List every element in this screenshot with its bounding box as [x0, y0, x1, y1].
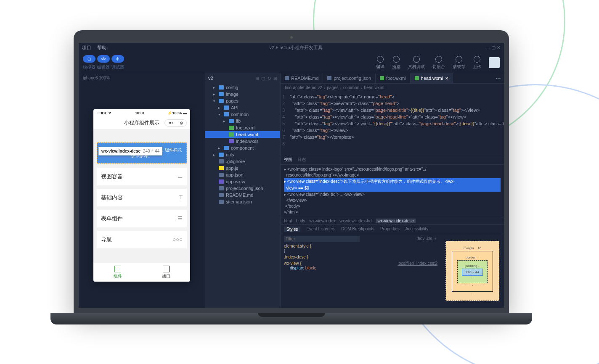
camera-dot — [290, 36, 293, 39]
upload-button[interactable]: 上传 — [473, 56, 481, 70]
editor-tab[interactable]: project.config.json — [323, 73, 376, 83]
toolbar: ▢ </> ⫛ 模拟器 编辑器 调试器 编译 预览 真机调试 切后台 清缓存 — [79, 53, 504, 73]
folder-item[interactable]: ▸component — [205, 145, 280, 151]
explorer-root[interactable]: v2 — [208, 76, 213, 81]
file-item[interactable]: sitemap.json — [205, 198, 280, 205]
capsule-menu[interactable]: •••⊗ — [164, 119, 187, 127]
page-title: 小程序组件展示 — [124, 119, 159, 127]
dom-crumb[interactable]: html — [284, 219, 292, 223]
menu-project[interactable]: 项目 — [82, 45, 91, 51]
collapse-icon[interactable]: ⊟ — [273, 76, 277, 81]
editor-tab[interactable]: README.md — [281, 73, 323, 83]
inspector-tooltip: wx-view.index-desc240 × 44 — [98, 147, 162, 156]
folder-item[interactable]: ▸utils — [205, 151, 280, 158]
code-editor[interactable]: 12345678 "attr"> class="tag"><template"a… — [281, 92, 504, 155]
new-file-icon[interactable]: ⊞ — [255, 76, 259, 81]
file-item[interactable]: project.config.json — [205, 185, 280, 192]
hov-toggle[interactable]: :hov .cls ＋ — [417, 236, 437, 242]
window-title: v2-FinClip小程序开发工具 — [112, 45, 480, 51]
user-avatar[interactable] — [489, 57, 500, 68]
folder-item[interactable]: ▸API — [205, 104, 280, 111]
file-item[interactable]: foot.wxml — [205, 124, 280, 131]
styles-panel[interactable]: :hov .cls ＋ element.style {}.index-desc … — [281, 234, 441, 308]
ide-app: 项目 帮助 v2-FinClip小程序开发工具 — ▢ ✕ ▢ </> ⫛ 模拟… — [79, 43, 504, 308]
simulator-device-info[interactable]: iphone6 100% — [79, 73, 205, 83]
mode-editor-label: 编辑器 — [97, 64, 110, 70]
file-explorer: v2 ⊞ ▢ ↻ ⊟ ▸config▸image▾pages▸API▾commo… — [205, 73, 281, 308]
menu-help[interactable]: 帮助 — [97, 45, 106, 51]
clear-cache-button[interactable]: 清缓存 — [453, 56, 465, 70]
bottom-tab-component[interactable]: 组件 — [93, 263, 142, 282]
devtools-panel-tab[interactable]: Event Listeners — [306, 227, 335, 232]
phone-preview: ····IDE ᯤ 10:01 ⚡100% ▬ 小程序组件展示 •••⊗ wx-… — [93, 109, 190, 282]
menubar: 项目 帮助 v2-FinClip小程序开发工具 — ▢ ✕ — [79, 43, 504, 53]
styles-filter-input[interactable] — [284, 236, 360, 242]
folder-item[interactable]: ▾common — [205, 111, 280, 118]
window-controls[interactable]: — ▢ ✕ — [485, 45, 501, 50]
breadcrumb[interactable]: fino-applet-demo-v2›pages›common›head.wx… — [281, 84, 504, 92]
file-item[interactable]: README.md — [205, 192, 280, 198]
folder-item[interactable]: ▸config — [205, 84, 280, 91]
laptop-mockup: 项目 帮助 v2-FinClip小程序开发工具 — ▢ ✕ ▢ </> ⫛ 模拟… — [74, 30, 509, 324]
editor-tab[interactable]: foot.wxml — [376, 73, 410, 83]
compile-button[interactable]: 编译 — [376, 56, 384, 70]
folder-item[interactable]: ▸lib — [205, 118, 280, 124]
devtools-top-tab[interactable]: 日志 — [297, 157, 306, 163]
folder-item[interactable]: ▾pages — [205, 98, 280, 104]
file-item[interactable]: app.js — [205, 165, 280, 171]
editor-tabs: README.mdproject.config.jsonfoot.wxmlhea… — [281, 73, 504, 84]
file-item[interactable]: app.json — [205, 171, 280, 178]
box-model[interactable]: margin 10 border - padding - 240 × 44 - — [441, 234, 504, 308]
mode-debugger-button[interactable]: ⫛ — [111, 55, 124, 63]
file-item[interactable]: .gitignore — [205, 158, 280, 165]
status-time: 10:01 — [135, 111, 145, 115]
mode-simulator-label: 模拟器 — [83, 64, 95, 70]
file-item[interactable]: app.wxss — [205, 178, 280, 185]
status-signal: ····IDE ᯤ — [97, 111, 112, 115]
editor-area: README.mdproject.config.jsonfoot.wxmlhea… — [281, 73, 504, 308]
mode-simulator-button[interactable]: ▢ — [83, 55, 95, 63]
mode-editor-button[interactable]: </> — [97, 55, 110, 63]
dom-tree[interactable]: ▸ <wx-image class="index-logo" src="../r… — [281, 165, 504, 217]
menu-item[interactable]: 视图容器▭ — [97, 168, 187, 185]
file-tree: ▸config▸image▾pages▸API▾common▸libfoot.w… — [205, 83, 280, 308]
devtools-panel: 视图日志 ▸ <wx-image class="index-logo" src=… — [281, 155, 504, 308]
dom-crumb[interactable]: body — [296, 219, 305, 223]
devtools-panel-tab[interactable]: Properties — [380, 227, 400, 232]
folder-item[interactable]: ▸image — [205, 91, 280, 98]
devtools-top-tab[interactable]: 视图 — [284, 157, 292, 163]
status-battery: ⚡100% ▬ — [167, 111, 187, 115]
remote-debug-button[interactable]: 真机调试 — [408, 56, 425, 70]
dom-breadcrumb[interactable]: htmlbodywx-view.indexwx-view.index-hdwx-… — [281, 217, 504, 225]
menu-item[interactable]: 基础内容𝕋 — [97, 189, 187, 206]
dom-crumb[interactable]: wx-view.index — [310, 219, 336, 223]
dom-crumb[interactable]: wx-view.index-hd — [339, 219, 371, 223]
new-folder-icon[interactable]: ▢ — [261, 76, 265, 81]
file-item[interactable]: index.wxss — [205, 138, 280, 145]
more-icon[interactable]: ••• — [492, 76, 504, 81]
simulator-panel: iphone6 100% ····IDE ᯤ 10:01 ⚡100% ▬ 小程序… — [79, 73, 205, 308]
refresh-icon[interactable]: ↻ — [268, 76, 271, 81]
menu-item[interactable]: 表单组件☰ — [97, 210, 187, 227]
bottom-tab-api[interactable]: 接口 — [142, 263, 190, 282]
file-item[interactable]: head.wxml — [205, 131, 280, 138]
dom-crumb[interactable]: wx-view.index-desc — [376, 219, 415, 223]
devtools-panel-tab[interactable]: Styles — [284, 227, 300, 232]
devtools-panel-tab[interactable]: DOM Breakpoints — [341, 227, 374, 232]
devtools-panel-tab[interactable]: Accessibility — [406, 227, 428, 232]
background-button[interactable]: 切后台 — [432, 56, 445, 70]
mode-debugger-label: 调试器 — [111, 64, 124, 70]
preview-button[interactable]: 预览 — [392, 56, 400, 70]
menu-item[interactable]: 导航○○○ — [97, 231, 187, 248]
editor-tab[interactable]: head.wxml✕ — [411, 73, 453, 83]
